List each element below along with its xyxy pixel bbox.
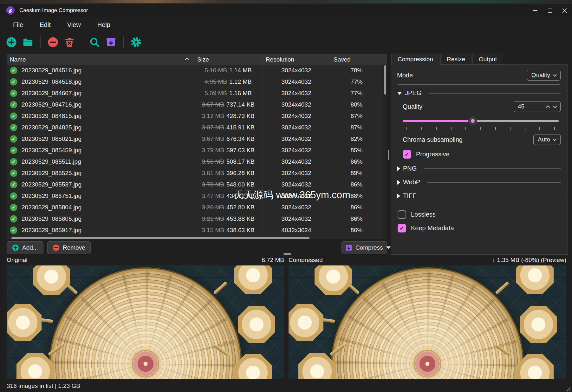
file-table-body: ✓ 20230529_084516.jpg 5.10 MB 1.14 MB 30… [7, 65, 387, 236]
column-header-size[interactable]: Size [194, 54, 263, 65]
table-row[interactable]: ✓ 20230529_084518.jpg 4.95 MB 1.12 MB 30… [7, 76, 387, 88]
column-header-name[interactable]: Name [7, 54, 194, 65]
vertical-scrollbar-thumb[interactable] [384, 65, 386, 95]
minus-circle-icon [48, 37, 58, 48]
spin-down-icon[interactable] [553, 104, 557, 108]
column-header-saved[interactable]: Saved [330, 54, 383, 65]
compressed-size: 453.88 KB [226, 215, 255, 222]
compressed-preview-image [289, 265, 566, 379]
expand-arrow-icon [397, 180, 400, 185]
saved-percent: 86% [350, 181, 362, 188]
compressed-size: 548.00 KB [226, 181, 255, 188]
tab-output[interactable]: Output [472, 54, 503, 65]
minimize-button[interactable] [528, 3, 543, 17]
vertical-scrollbar[interactable] [383, 65, 387, 239]
saved-percent: 82% [350, 135, 362, 142]
original-size: 4.95 MB [205, 78, 227, 85]
table-row[interactable]: ✓ 20230529_085917.jpg 3.15 MB 438.63 KB … [7, 225, 387, 236]
original-size: 3.21 MB [202, 215, 224, 222]
compressed-size: 1.16 MB [229, 90, 252, 97]
original-size: 3.20 MB [202, 204, 224, 211]
table-row[interactable]: ✓ 20230529_085804.jpg 3.20 MB 452.80 KB … [7, 202, 387, 213]
file-name: 20230529_085459.jpg [22, 147, 81, 154]
resolution-value: 3024x4032 [281, 158, 311, 165]
row-check-icon: ✓ [10, 124, 17, 131]
maximize-button[interactable] [543, 3, 557, 17]
menu-view[interactable]: View [59, 19, 89, 30]
compress-button[interactable]: Compress [342, 244, 386, 252]
table-row[interactable]: ✓ 20230529_084516.jpg 5.10 MB 1.14 MB 30… [7, 65, 387, 76]
table-row[interactable]: ✓ 20230529_084825.jpg 3.07 MB 415.91 KB … [7, 122, 387, 133]
plus-circle-icon [12, 244, 19, 251]
row-check-icon: ✓ [10, 215, 17, 223]
table-row[interactable]: ✓ 20230529_085511.jpg 3.56 MB 508.17 KB … [7, 156, 387, 167]
settings-tabs: Compression Resize Output [391, 54, 503, 65]
compressed-size: 396.28 KB [226, 170, 255, 177]
table-row[interactable]: ✓ 20230529_084716.jpg 3.67 MB 737.14 KB … [7, 99, 387, 110]
tab-compression[interactable]: Compression [391, 54, 439, 65]
expand-arrow-icon [397, 166, 400, 171]
menu-file[interactable]: File [5, 19, 31, 30]
compressed-size: 508.17 KB [226, 158, 255, 165]
compress-options-dropdown[interactable] [386, 246, 391, 249]
preview-button[interactable] [88, 36, 101, 48]
jpeg-quality-slider-thumb[interactable] [468, 116, 477, 125]
vertical-splitter-handle[interactable] [388, 150, 389, 160]
table-row[interactable]: ✓ 20230529_085021.jpg 3.67 MB 676.34 KB … [7, 133, 387, 145]
menu-edit[interactable]: Edit [31, 19, 59, 30]
lossless-checkbox[interactable]: ✓ [398, 210, 406, 219]
add-files-button[interactable] [5, 36, 17, 48]
saved-percent: 86% [350, 227, 362, 234]
spin-up-icon[interactable] [546, 105, 550, 109]
menu-help[interactable]: Help [89, 19, 119, 30]
archive-down-icon [106, 37, 116, 48]
chroma-dropdown[interactable]: Auto [533, 134, 561, 145]
row-check-icon: ✓ [10, 204, 17, 211]
mode-dropdown[interactable]: Quality [527, 70, 561, 81]
compress-toolbar-button[interactable] [105, 36, 117, 48]
file-name: 20230529_085917.jpg [22, 227, 81, 234]
png-section-header[interactable]: PNG [397, 165, 561, 172]
status-text: 316 images in list | 1.23 GB [7, 382, 80, 389]
compressed-size: 597.03 KB [226, 147, 255, 154]
resize-grip[interactable] [566, 387, 570, 391]
original-size: 3.47 MB [202, 193, 224, 199]
progressive-checkbox[interactable]: ✓ [403, 150, 411, 159]
row-check-icon: ✓ [10, 169, 17, 177]
original-size: 3.12 MB [202, 113, 224, 120]
saved-percent: 78% [350, 67, 362, 74]
table-row[interactable]: ✓ 20230529_084815.jpg 3.12 MB 428.73 KB … [7, 110, 387, 122]
tiff-section-header[interactable]: TIFF [397, 192, 561, 199]
original-size: 6.72 MB [262, 257, 284, 264]
clear-list-button[interactable] [63, 36, 75, 48]
jpeg-section-header[interactable]: JPEG [397, 89, 561, 97]
maximize-icon [548, 9, 552, 13]
jpeg-quality-slider[interactable] [403, 116, 559, 125]
table-row[interactable]: ✓ 20230529_085459.jpg 3.79 MB 597.03 KB … [7, 145, 387, 156]
original-size: 5.09 MB [205, 90, 227, 97]
file-name: 20230529_084518.jpg [22, 78, 81, 85]
table-row[interactable]: ✓ 20230529_085805.jpg 3.21 MB 453.88 KB … [7, 213, 387, 225]
original-size: 3.67 MB [202, 101, 224, 108]
add-button[interactable]: Add... [7, 241, 43, 254]
close-button[interactable] [557, 3, 572, 17]
tab-resize[interactable]: Resize [440, 54, 471, 65]
toolbar [0, 33, 142, 52]
add-folder-button[interactable] [22, 36, 34, 48]
horizontal-scrollbar[interactable] [11, 237, 309, 239]
table-row[interactable]: ✓ 20230529_084607.jpg 5.09 MB 1.16 MB 30… [7, 88, 387, 99]
column-header-resolution[interactable]: Resolution [263, 54, 330, 65]
jpeg-quality-spinbox[interactable]: 45 [514, 101, 561, 112]
keep-metadata-checkbox[interactable]: ✓ [398, 224, 406, 232]
saved-percent: 88% [350, 193, 362, 199]
archive-down-icon [345, 244, 353, 252]
remove-files-button[interactable] [47, 36, 59, 48]
settings-button[interactable] [130, 36, 142, 48]
webp-section-header[interactable]: WebP [397, 179, 561, 186]
horizontal-splitter-handle[interactable] [283, 253, 291, 255]
compressed-preview-header: Compressed ↓1.35 MB (-80%) (Preview) [289, 256, 566, 264]
remove-button[interactable]: Remove [47, 241, 91, 254]
saved-percent: 86% [350, 204, 362, 211]
table-row[interactable]: ✓ 20230529_085525.jpg 3.61 MB 396.28 KB … [7, 167, 387, 179]
file-name: 20230529_085525.jpg [22, 170, 81, 177]
